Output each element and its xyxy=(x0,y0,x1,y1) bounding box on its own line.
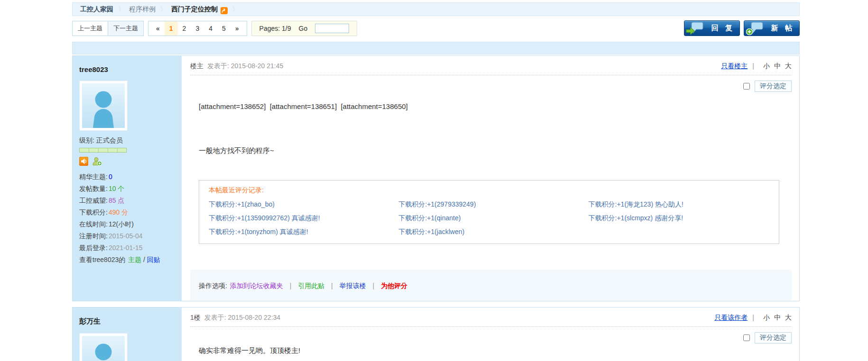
pager-page-2[interactable]: 2 xyxy=(178,21,191,36)
avatar[interactable] xyxy=(79,333,128,361)
pipe-separator: | xyxy=(285,282,296,289)
pager-prev-button[interactable]: « xyxy=(151,21,165,36)
pipe-separator: | xyxy=(326,282,338,289)
actions-label: 操作选项: xyxy=(199,282,227,289)
forum-page: 工控人家园 〉 程序样例 〉 西门子定位控制 〉 上一主题 下一主题 « 1 2… xyxy=(72,2,800,361)
author-name[interactable]: tree8023 xyxy=(79,65,182,73)
pager-page-4[interactable]: 4 xyxy=(204,21,217,36)
breadcrumb-item-section[interactable]: 程序样例 xyxy=(129,3,156,16)
attachment-placeholders: [attachment=138652] [attachment=138651] … xyxy=(199,102,792,110)
post-header-controls: 只看该作者 | 小 中 大 xyxy=(714,314,792,322)
stat-row: 注册时间:2015-05-04 xyxy=(79,232,182,241)
experience-bar xyxy=(79,148,127,153)
rating-entry: 下载积分:+1(jacklwen) xyxy=(398,228,588,236)
topic-toolbar: 上一主题 下一主题 « 1 2 3 4 5 » Pages: 1/9 Go xyxy=(72,20,800,36)
stat-label: 精华主题: xyxy=(79,173,108,180)
view-only-author-link[interactable]: 只看该作者 xyxy=(714,314,748,322)
reply-button-label: 回 复 xyxy=(711,24,735,33)
floor-label: 楼主 xyxy=(190,62,203,71)
report-post-link[interactable]: 举报该楼 xyxy=(340,282,366,289)
pager-next-button[interactable]: » xyxy=(231,21,244,36)
author-name[interactable]: 彭万生 xyxy=(79,317,182,326)
stat-value: 10 个 xyxy=(109,185,124,192)
post-header: 楼主 发表于: 2015-08-20 21:45 只看楼主 | 小 中 大 xyxy=(190,56,792,75)
post-header: 1楼 发表于: 2015-08-20 22:34 只看该作者 | 小 中 大 xyxy=(190,307,792,327)
add-to-favorites-link[interactable]: 添加到论坛收藏夹 xyxy=(230,282,283,289)
font-size-large[interactable]: 大 xyxy=(785,314,792,322)
stat-row: 精华主题:0 xyxy=(79,173,182,181)
rating-entry: 下载积分:+1(海龙123) 热心助人! xyxy=(589,200,778,208)
rating-records-box: 本帖最近评分记录: 下载积分:+1(zhao_bo) 下载积分:+1(13590… xyxy=(199,180,779,244)
pages-indicator: Pages: 1/9 xyxy=(259,25,291,32)
font-size-small[interactable]: 小 xyxy=(763,62,770,71)
breadcrumb-item-home[interactable]: 工控人家园 xyxy=(80,3,113,16)
add-friend-icon[interactable] xyxy=(92,157,102,168)
avatar[interactable] xyxy=(79,81,128,131)
pager-page-3[interactable]: 3 xyxy=(191,21,204,36)
rating-entry: 下载积分:+1(2979339249) xyxy=(398,200,588,208)
breadcrumb-item-topic: 西门子定位控制 xyxy=(171,3,218,16)
go-page-input[interactable] xyxy=(315,24,349,33)
post-1: tree8023 级别: 正式会员 精华主题:0 发帖 xyxy=(72,55,800,301)
reply-button[interactable]: 回 复 xyxy=(684,20,740,36)
post-text: 一般地方找不到的程序~ xyxy=(199,146,792,155)
next-topic-button[interactable]: 下一主题 xyxy=(108,21,143,36)
stat-label: 发帖数量: xyxy=(79,185,108,192)
post-content-area: 1楼 发表于: 2015-08-20 22:34 只看该作者 | 小 中 大 评… xyxy=(182,307,799,361)
page-jump-box: Pages: 1/9 Go xyxy=(251,21,358,36)
new-post-button[interactable]: 新 帖 xyxy=(744,20,800,36)
font-size-medium[interactable]: 中 xyxy=(774,314,781,322)
rating-column: 下载积分:+1(zhao_bo) 下载积分:+1(13590992762) 真诚… xyxy=(209,195,398,236)
quote-post-link[interactable]: 引用此贴 xyxy=(298,282,324,289)
pipe-separator: | xyxy=(368,282,379,289)
stat-row: 工控威望:85 点 xyxy=(79,197,182,205)
stat-value: 0 xyxy=(109,173,112,180)
stat-value: 2015-05-04 xyxy=(109,232,143,240)
post-header-controls: 只看楼主 | 小 中 大 xyxy=(721,62,792,71)
prev-topic-button[interactable]: 上一主题 xyxy=(73,21,108,36)
font-size-medium[interactable]: 中 xyxy=(774,62,781,71)
rating-column: 下载积分:+1(2979339249) 下载积分:+1(qinante) 下载积… xyxy=(398,195,588,236)
rate-author-link[interactable]: 为他评分 xyxy=(381,282,407,289)
rating-records-grid: 下载积分:+1(zhao_bo) 下载积分:+1(13590992762) 真诚… xyxy=(209,195,779,236)
pipe-separator: | xyxy=(748,314,759,321)
post-2: 彭万生 1楼 发表于: 2015-08-20 22:34 只看该作者 | 小 中… xyxy=(72,307,800,361)
rate-checkbox[interactable] xyxy=(743,83,750,90)
stat-label: 工控威望: xyxy=(79,197,108,204)
view-only-author-link[interactable]: 只看楼主 xyxy=(721,62,748,71)
rating-entry: 下载积分:+1(slcmpxz) 感谢分享! xyxy=(589,214,778,222)
view-replies-link[interactable]: 回贴 xyxy=(147,256,160,263)
rate-select-button[interactable]: 评分选定 xyxy=(755,81,792,92)
rating-entry: 下载积分:+1(qinante) xyxy=(398,214,588,222)
rating-records-title: 本帖最近评分记录: xyxy=(209,186,779,195)
rate-select-button[interactable]: 评分选定 xyxy=(755,332,792,343)
share-icon[interactable] xyxy=(221,6,228,13)
author-panel: tree8023 级别: 正式会员 精华主题:0 发帖 xyxy=(73,56,182,301)
stat-value: 2021-01-15 xyxy=(109,244,143,252)
font-size-large[interactable]: 大 xyxy=(785,62,792,71)
view-topics-link[interactable]: 主题 xyxy=(128,256,141,263)
rate-checkbox[interactable] xyxy=(743,334,750,341)
rating-column: 下载积分:+1(海龙123) 热心助人! 下载积分:+1(slcmpxz) 感谢… xyxy=(589,195,778,236)
post-date: 发表于: 2015-08-20 21:45 xyxy=(207,62,283,71)
stat-label: 注册时间: xyxy=(79,232,108,240)
stat-row: 下载积分:490 分 xyxy=(79,208,182,217)
author-icons xyxy=(79,157,182,168)
speaker-icon[interactable] xyxy=(79,157,88,168)
new-post-button-label: 新 帖 xyxy=(771,24,794,33)
pager-page-1[interactable]: 1 xyxy=(165,21,178,36)
post-content-area: 楼主 发表于: 2015-08-20 21:45 只看楼主 | 小 中 大 评分… xyxy=(182,56,799,301)
reply-icon xyxy=(686,22,704,37)
author-panel: 彭万生 xyxy=(73,307,182,361)
breadcrumb-separator-icon: 〉 xyxy=(118,3,124,16)
stat-value: 12(小时) xyxy=(109,220,134,228)
pagination: « 1 2 3 4 5 » xyxy=(148,21,247,36)
author-level: 级别: 正式会员 xyxy=(79,136,182,145)
post-text: 确实非常难得一见哟。顶顶楼主! xyxy=(199,346,792,355)
pager-page-5[interactable]: 5 xyxy=(217,21,231,36)
rate-select-row: 评分选定 xyxy=(190,81,792,92)
post-date: 发表于: 2015-08-20 22:34 xyxy=(204,314,280,322)
font-size-small[interactable]: 小 xyxy=(763,314,770,322)
breadcrumb-separator-icon: 〉 xyxy=(232,3,239,16)
stat-label: 下载积分: xyxy=(79,208,108,216)
